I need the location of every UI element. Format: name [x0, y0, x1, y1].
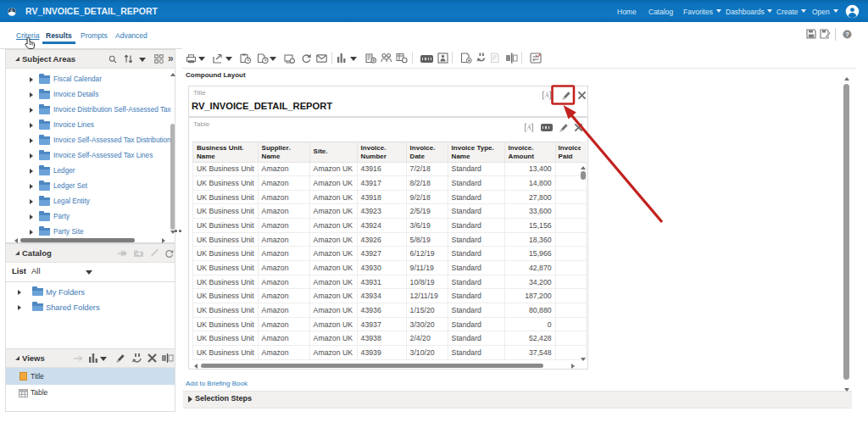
svg-text:?: ?	[845, 31, 849, 38]
svg-text:A: A	[544, 92, 549, 99]
svg-text:A: A	[526, 124, 531, 131]
